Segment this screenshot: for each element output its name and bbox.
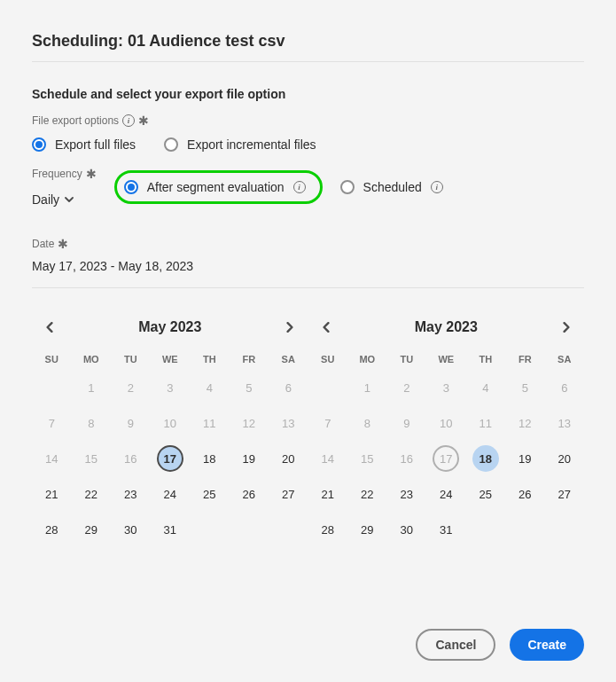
- calendar-day[interactable]: 1: [72, 370, 112, 405]
- calendar-day[interactable]: 13: [545, 405, 585, 441]
- calendar-day[interactable]: 10: [151, 405, 191, 441]
- calendar-day[interactable]: 26: [230, 476, 269, 512]
- calendar-day[interactable]: 22: [347, 476, 387, 512]
- calendar-day[interactable]: 22: [72, 476, 112, 512]
- calendar-day: [269, 512, 308, 547]
- calendar-day[interactable]: 30: [111, 512, 151, 547]
- calendar-day[interactable]: 14: [32, 441, 72, 476]
- calendar-day[interactable]: 17: [151, 441, 191, 476]
- calendar-day[interactable]: 10: [426, 405, 466, 441]
- file-export-radio-group: Export full files Export incremental fil…: [32, 137, 584, 152]
- weekday-label: SA: [545, 349, 585, 370]
- calendar-day[interactable]: 16: [387, 441, 427, 476]
- calendar-day[interactable]: 25: [466, 476, 506, 512]
- calendar-day[interactable]: 20: [545, 441, 585, 476]
- calendar-header: May 2023: [308, 317, 585, 338]
- next-month-button[interactable]: [279, 317, 300, 338]
- calendar-day[interactable]: 2: [111, 370, 151, 405]
- calendar-day[interactable]: 7: [308, 405, 348, 441]
- schedule-subtitle: Schedule and select your export file opt…: [32, 87, 584, 101]
- calendar-day[interactable]: 15: [72, 441, 112, 476]
- calendar-day[interactable]: 5: [505, 370, 545, 405]
- calendar-day[interactable]: 5: [230, 370, 269, 405]
- calendar-day[interactable]: 4: [190, 370, 230, 405]
- highlighted-option: After segment evaluation i: [114, 170, 323, 204]
- calendar-day[interactable]: 23: [387, 476, 427, 512]
- calendar-day[interactable]: 9: [111, 405, 151, 441]
- scheduled-option[interactable]: Scheduled i: [340, 180, 443, 194]
- weekday-label: WE: [426, 349, 466, 370]
- radio-selected-icon: [124, 180, 138, 194]
- calendar-day[interactable]: 11: [466, 405, 506, 441]
- chevron-down-icon: [65, 195, 74, 204]
- cancel-button[interactable]: Cancel: [416, 629, 495, 661]
- calendar-day[interactable]: 3: [151, 370, 191, 405]
- calendar-day[interactable]: 29: [72, 512, 112, 547]
- weekday-label: MO: [347, 349, 387, 370]
- calendar-day[interactable]: 1: [347, 370, 387, 405]
- calendar-week: 21222324252627: [32, 476, 308, 512]
- calendar-day: [308, 370, 348, 405]
- calendar-day[interactable]: 17: [426, 441, 466, 476]
- date-section: Date ✱ May 17, 2023 - May 18, 2023: [32, 235, 584, 288]
- calendar-day[interactable]: 24: [426, 476, 466, 512]
- calendar-week: 28293031: [308, 512, 585, 547]
- calendar-day[interactable]: 31: [151, 512, 191, 547]
- required-asterisk: ✱: [58, 238, 68, 250]
- export-incremental-files-option[interactable]: Export incremental files: [164, 137, 316, 152]
- calendar-day[interactable]: 4: [466, 370, 506, 405]
- next-month-button[interactable]: [556, 317, 577, 338]
- calendar-day[interactable]: 29: [347, 512, 387, 547]
- chevron-left-icon: [321, 322, 331, 333]
- calendar-day[interactable]: 8: [347, 405, 387, 441]
- prev-month-button[interactable]: [39, 317, 60, 338]
- calendar-day[interactable]: 16: [111, 441, 151, 476]
- calendar-day[interactable]: 21: [32, 476, 72, 512]
- calendar-day[interactable]: 2: [387, 370, 427, 405]
- calendar-day[interactable]: 15: [347, 441, 387, 476]
- calendar-day[interactable]: 23: [111, 476, 151, 512]
- calendar-day[interactable]: 20: [269, 441, 308, 476]
- calendar-day[interactable]: 19: [505, 441, 545, 476]
- divider: [32, 287, 584, 288]
- calendar-day[interactable]: 25: [190, 476, 230, 512]
- calendar-day[interactable]: 30: [387, 512, 427, 547]
- calendar-day[interactable]: 12: [230, 405, 269, 441]
- calendar-day[interactable]: 19: [230, 441, 269, 476]
- calendar-day[interactable]: 27: [269, 476, 308, 512]
- calendar-container: May 2023SUMOTUWETHFRSA123456789101112131…: [32, 306, 584, 558]
- info-icon[interactable]: i: [122, 114, 135, 127]
- calendar-day[interactable]: 28: [32, 512, 72, 547]
- chevron-right-icon: [561, 322, 572, 333]
- calendar-day[interactable]: 9: [387, 405, 427, 441]
- calendar-day[interactable]: 7: [32, 405, 72, 441]
- weekday-label: MO: [72, 349, 112, 370]
- calendar-day[interactable]: 3: [426, 370, 466, 405]
- required-asterisk: ✱: [86, 168, 97, 180]
- info-icon[interactable]: i: [431, 181, 443, 193]
- calendar-day[interactable]: 18: [190, 441, 230, 476]
- calendar-day[interactable]: 14: [308, 441, 348, 476]
- calendar-day[interactable]: 8: [72, 405, 112, 441]
- frequency-select[interactable]: Daily: [32, 192, 97, 207]
- calendar-day[interactable]: 12: [505, 405, 545, 441]
- after-segment-evaluation-option[interactable]: After segment evaluation i: [124, 180, 306, 194]
- calendar-day[interactable]: 27: [545, 476, 585, 512]
- calendar-day[interactable]: 26: [505, 476, 545, 512]
- calendar-day[interactable]: 31: [426, 512, 466, 547]
- calendar-header: May 2023: [32, 317, 308, 338]
- calendar-day: [545, 512, 585, 547]
- calendar-day[interactable]: 11: [190, 405, 230, 441]
- calendar-day[interactable]: 24: [151, 476, 191, 512]
- info-icon[interactable]: i: [293, 181, 306, 193]
- calendar-week: 123456: [32, 370, 308, 405]
- calendar-day[interactable]: 13: [269, 405, 308, 441]
- prev-month-button[interactable]: [316, 317, 337, 338]
- create-button[interactable]: Create: [510, 629, 584, 661]
- calendar-day[interactable]: 6: [545, 370, 585, 405]
- export-full-files-option[interactable]: Export full files: [32, 137, 136, 152]
- calendar-day[interactable]: 28: [308, 512, 348, 547]
- calendar-day[interactable]: 21: [308, 476, 348, 512]
- calendar-day[interactable]: 18: [466, 441, 506, 476]
- calendar-day[interactable]: 6: [269, 370, 308, 405]
